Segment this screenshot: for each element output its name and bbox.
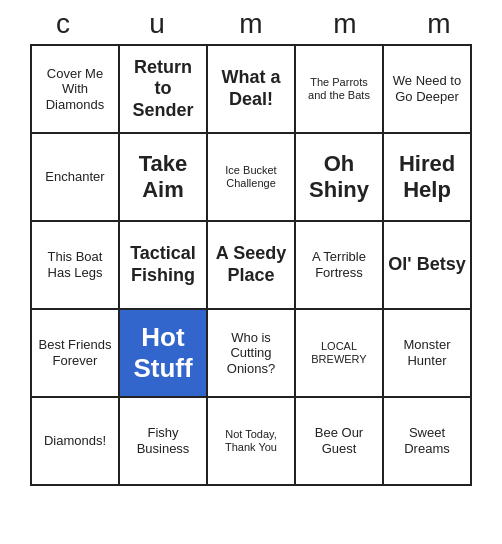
header-letter-1: u [113,8,201,40]
header-letter-4: m [395,8,483,40]
bingo-cell-7: Ice Bucket Challenge [208,134,296,222]
bingo-cell-21: Fishy Business [120,398,208,486]
header-letter-2: m [207,8,295,40]
bingo-cell-20: Diamonds! [32,398,120,486]
bingo-cell-19: Monster Hunter [384,310,472,398]
bingo-cell-1: Return to Sender [120,46,208,134]
bingo-cell-3: The Parrots and the Bats [296,46,384,134]
bingo-cell-18: LOCAL BREWERY [296,310,384,398]
bingo-header: cummm [16,8,486,40]
bingo-cell-10: This Boat Has Legs [32,222,120,310]
bingo-cell-11: Tactical Fishing [120,222,208,310]
bingo-cell-0: Cover Me With Diamonds [32,46,120,134]
bingo-cell-23: Bee Our Guest [296,398,384,486]
bingo-cell-6: Take Aim [120,134,208,222]
bingo-cell-9: Hired Help [384,134,472,222]
bingo-cell-22: Not Today, Thank You [208,398,296,486]
bingo-grid: Cover Me With DiamondsReturn to SenderWh… [30,44,472,486]
bingo-cell-13: A Terrible Fortress [296,222,384,310]
bingo-cell-12: A Seedy Place [208,222,296,310]
bingo-cell-5: Enchanter [32,134,120,222]
bingo-cell-15: Best Friends Forever [32,310,120,398]
bingo-cell-24: Sweet Dreams [384,398,472,486]
bingo-cell-4: We Need to Go Deeper [384,46,472,134]
bingo-cell-14: Ol' Betsy [384,222,472,310]
bingo-cell-16: Hot Stuff [120,310,208,398]
bingo-cell-17: Who is Cutting Onions? [208,310,296,398]
header-letter-0: c [19,8,107,40]
header-letter-3: m [301,8,389,40]
bingo-cell-2: What a Deal! [208,46,296,134]
bingo-cell-8: Oh Shiny [296,134,384,222]
